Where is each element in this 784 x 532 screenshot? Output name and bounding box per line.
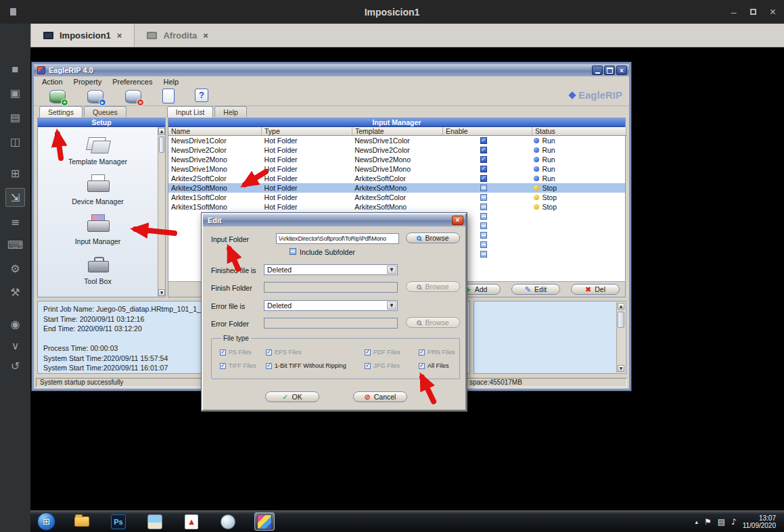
enable-checkbox[interactable]: ✓ [480, 156, 487, 163]
chevron-down-icon[interactable]: ∨ [5, 336, 25, 355]
tab-help[interactable]: Help [214, 106, 247, 117]
browser-icon[interactable] [218, 512, 238, 531]
enable-checkbox[interactable]: ✓ [480, 147, 487, 153]
enable-checkbox[interactable]: ✓ [480, 175, 487, 182]
column-header-name[interactable]: Name [168, 127, 262, 136]
enable-checkbox[interactable] [480, 232, 487, 239]
preview-scrollbar[interactable]: ▲ ▼ [616, 302, 625, 372]
eaglerip-titlebar[interactable]: EagleRIP 4.0 × [34, 64, 629, 76]
scroll-up-icon[interactable]: ▲ [158, 128, 165, 135]
enable-checkbox[interactable] [480, 194, 487, 201]
setup-item-template-manager[interactable]: Template Manager [38, 133, 158, 166]
table-row[interactable]: NewsDrive1ColorHot FolderNewsDrive1Color… [168, 136, 625, 145]
enable-checkbox[interactable] [480, 185, 487, 191]
include-subfolder-checkbox[interactable] [290, 248, 296, 255]
tab-queues[interactable]: Queues [84, 106, 126, 117]
menu-icon[interactable]: ≡ [5, 212, 25, 231]
tab-settings[interactable]: Settings [39, 106, 83, 118]
scroll-up-icon[interactable]: ▲ [618, 303, 624, 310]
dropdown-arrow-icon[interactable]: ▼ [387, 266, 396, 274]
table-row[interactable]: Arkitex1SoftColorHot FolderArkitexSoftCo… [168, 193, 625, 202]
multi-monitor-icon[interactable]: ◫ [5, 132, 25, 151]
dropdown-arrow-icon[interactable]: ▼ [387, 301, 396, 310]
tools-icon[interactable]: ⚒ [5, 283, 25, 301]
menu-preferences[interactable]: Preferences [107, 78, 158, 86]
filetype-1-bit-tiff-without-ripping[interactable]: ✓1-Bit TIFF Without Ripping [266, 362, 365, 369]
photoshop-icon[interactable]: Ps [108, 512, 129, 531]
eaglerip-taskbar-icon[interactable] [254, 512, 275, 531]
table-row[interactable]: NewsDrive2ColorHot FolderNewsDrive2Color… [168, 145, 625, 155]
cancel-button[interactable]: ⊘Cancel [353, 391, 407, 402]
start-button[interactable]: ⊞ [37, 512, 55, 531]
filetype-ps-files[interactable]: ✓PS Files [220, 349, 266, 356]
enable-checkbox[interactable] [480, 222, 487, 229]
enable-checkbox[interactable] [480, 251, 487, 258]
tab-input-list[interactable]: Input List [167, 106, 214, 118]
table-row[interactable]: Arkitex1SoftMonoHot FolderArkitexSoftMon… [168, 202, 625, 212]
volume-icon[interactable]: ♪ [731, 517, 737, 527]
scroll-thumb[interactable] [618, 312, 624, 328]
scroll-thumb[interactable] [159, 137, 164, 153]
setup-item-device-manager[interactable]: Device Manager [38, 173, 158, 205]
preferences-gear-icon[interactable]: ⚙ [5, 259, 25, 278]
filetype-jpg-files[interactable]: ✓JPG Files [365, 362, 419, 369]
tab-close-icon[interactable]: × [117, 30, 122, 41]
pdf-reader-icon[interactable]: ▲ [181, 512, 202, 531]
tray-expand-icon[interactable]: ▴ [695, 518, 698, 525]
viewer-minimize-button[interactable]: – [731, 9, 737, 16]
pin-icon[interactable]: ▪ [5, 59, 25, 78]
column-header-type[interactable]: Type [262, 127, 352, 136]
dialog-close-button[interactable]: × [452, 216, 463, 225]
scaled-mode-icon[interactable]: ⇲ [5, 188, 25, 207]
dialog-titlebar[interactable]: Edit × [203, 214, 465, 226]
clock[interactable]: 13:07 11/09/2020 [743, 514, 776, 529]
column-header-enable[interactable]: Enable [443, 127, 532, 136]
enable-checkbox[interactable] [480, 203, 487, 210]
fullscreen-icon[interactable]: ▣ [5, 83, 25, 102]
input-add-icon[interactable]: + [49, 89, 66, 105]
viewer-close-button[interactable]: × [770, 6, 776, 18]
scroll-down-icon[interactable]: ▼ [158, 289, 165, 296]
display-tray-icon[interactable]: ▤ [718, 517, 725, 527]
column-header-status[interactable]: Status [532, 127, 626, 136]
finished-file-select[interactable]: Deleted▼ [264, 264, 398, 275]
browse-input-folder-button[interactable]: Browse [406, 233, 460, 243]
window-minimize-button[interactable] [592, 66, 603, 75]
viewer-restore-button[interactable] [750, 9, 756, 15]
session-tab-afrodita[interactable]: Afrodita× [135, 24, 220, 47]
pictures-icon[interactable] [145, 512, 165, 531]
grab-keyboard-icon[interactable]: ⊞ [5, 164, 25, 183]
enable-checkbox[interactable]: ✓ [480, 137, 487, 144]
setup-item-input-manager[interactable]: Input Manager [38, 213, 158, 245]
enable-checkbox[interactable] [480, 213, 487, 220]
dynamic-resolution-icon[interactable]: ▤ [5, 107, 25, 126]
filetype-eps-files[interactable]: ✓EPS Files [266, 349, 365, 356]
table-row[interactable]: Arkitex2SoftColorHot FolderArkitexSoftCo… [168, 174, 625, 183]
flag-icon[interactable]: ⚑ [704, 517, 712, 527]
input-delete-icon[interactable]: × [124, 89, 142, 105]
explorer-icon[interactable] [72, 512, 92, 531]
filetype-pdf-files[interactable]: ✓PDF Files [365, 349, 419, 356]
table-row[interactable]: Arkitex2SoftMonoHot FolderArkitexSoftMon… [168, 183, 625, 193]
window-maximize-button[interactable] [604, 66, 615, 75]
menu-property[interactable]: Property [68, 78, 108, 86]
window-close-button[interactable]: × [616, 66, 627, 75]
enable-checkbox[interactable] [480, 241, 487, 248]
column-header-template[interactable]: Template [352, 127, 443, 136]
page-setup-icon[interactable] [162, 89, 175, 103]
del-button[interactable]: ✖Del [571, 284, 620, 295]
tab-close-icon[interactable]: × [203, 30, 208, 41]
session-tab-imposicion1[interactable]: Imposicion1× [30, 24, 135, 47]
filetype-all-files[interactable]: ✓All Files [419, 362, 455, 369]
enable-checkbox[interactable]: ✓ [480, 166, 487, 172]
table-row[interactable]: NewsDrive2MonoHot FolderNewsDrive2Mono✓R… [168, 155, 625, 164]
help-icon[interactable]: ? [195, 89, 208, 102]
menu-action[interactable]: Action [37, 78, 68, 86]
scroll-down-icon[interactable]: ▼ [618, 365, 624, 372]
setup-item-tool-box[interactable]: Tool Box [38, 253, 158, 285]
edit-button[interactable]: ✎Edit [511, 284, 560, 295]
ok-button[interactable]: ✓OK [265, 391, 319, 402]
filetype-prn-files[interactable]: ✓PRN Files [419, 349, 455, 356]
keyboard-icon[interactable]: ⌨ [5, 235, 25, 254]
table-row[interactable]: NewsDrive1MonoHot FolderNewsDrive1Mono✓R… [168, 164, 625, 174]
